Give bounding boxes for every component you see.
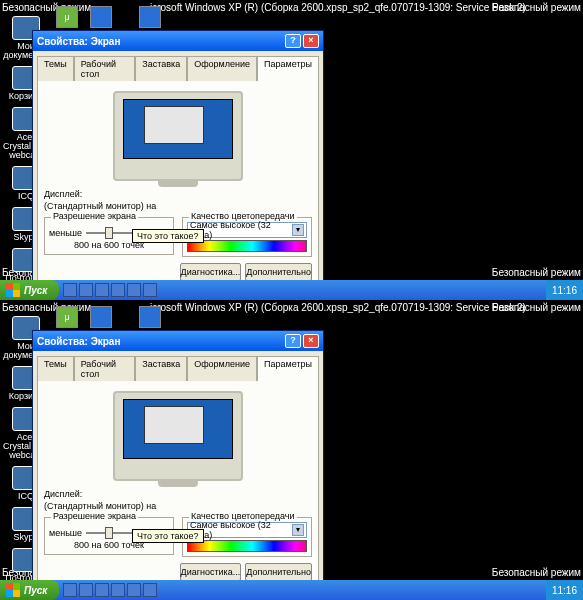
dialog-titlebar[interactable]: Свойства: Экран ? × xyxy=(33,331,323,351)
display-value: (Стандартный монитор) на xyxy=(44,501,312,511)
clock: 11:16 xyxy=(552,585,577,596)
dialog-title: Свойства: Экран xyxy=(37,36,120,47)
taskbar: Пуск 11:16 xyxy=(0,280,583,300)
shortcut-screenshot[interactable] xyxy=(90,6,112,28)
display-label: Дисплей: xyxy=(44,489,312,499)
display-value: (Стандартный монитор) на xyxy=(44,201,312,211)
help-button[interactable]: ? xyxy=(285,334,301,348)
tab-themes[interactable]: Темы xyxy=(37,356,74,381)
ql-item[interactable] xyxy=(111,583,125,597)
ql-item[interactable] xyxy=(127,283,141,297)
ql-item[interactable] xyxy=(95,283,109,297)
ql-item[interactable] xyxy=(127,583,141,597)
windows-logo-icon xyxy=(6,283,20,297)
windows-logo-icon xyxy=(6,583,20,597)
tab-body-settings: Дисплей: (Стандартный монитор) на Разреш… xyxy=(37,380,319,588)
ql-item[interactable] xyxy=(79,583,93,597)
tab-body-settings: Дисплей: (Стандартный монитор) на Разреш… xyxy=(37,80,319,288)
shortcut-screenshot[interactable] xyxy=(90,306,112,328)
advanced-button[interactable]: Дополнительно xyxy=(245,263,312,281)
tab-themes[interactable]: Темы xyxy=(37,56,74,81)
display-properties-dialog: Свойства: Экран ? × Темы Рабочий стол За… xyxy=(32,30,324,321)
shortcut-utorrent[interactable]: μ xyxy=(56,306,78,328)
diagnostics-button[interactable]: Диагностика... xyxy=(180,263,242,281)
tab-settings[interactable]: Параметры xyxy=(257,356,319,381)
monitor-preview xyxy=(113,391,243,481)
whats-this-tooltip[interactable]: Что это такое? xyxy=(132,529,204,543)
color-quality-dropdown[interactable]: Самое высокое (32 бита) ▾ xyxy=(187,222,307,238)
ql-item[interactable] xyxy=(95,583,109,597)
close-button[interactable]: × xyxy=(303,34,319,48)
start-button[interactable]: Пуск xyxy=(0,580,59,600)
monitor-preview xyxy=(113,91,243,181)
safe-mode-corner: Безопасный режим xyxy=(492,302,581,313)
resolution-slider[interactable] xyxy=(86,232,133,234)
whats-this-tooltip[interactable]: Что это такое? xyxy=(132,229,204,243)
ql-item[interactable] xyxy=(143,283,157,297)
shortcut-utorrent[interactable]: μ xyxy=(56,6,78,28)
clock: 11:16 xyxy=(552,285,577,296)
chevron-down-icon: ▾ xyxy=(292,524,304,536)
quick-launch xyxy=(63,583,157,597)
dialog-titlebar[interactable]: Свойства: Экран ? × xyxy=(33,31,323,51)
quick-launch xyxy=(63,283,157,297)
tab-desktop[interactable]: Рабочий стол xyxy=(74,56,136,81)
color-preview-strip xyxy=(187,240,307,252)
tab-strip: Темы Рабочий стол Заставка Оформление Па… xyxy=(33,51,323,80)
tab-settings[interactable]: Параметры xyxy=(257,56,319,81)
ql-item[interactable] xyxy=(79,283,93,297)
tab-appearance[interactable]: Оформление xyxy=(187,356,257,381)
os-build-text: icrosoft Windows XP (R) (Сборка 2600.xps… xyxy=(150,302,526,313)
close-button[interactable]: × xyxy=(303,334,319,348)
tab-screensaver[interactable]: Заставка xyxy=(135,56,187,81)
tab-appearance[interactable]: Оформление xyxy=(187,56,257,81)
color-quality-dropdown[interactable]: Самое высокое (32 бита) ▾ xyxy=(187,522,307,538)
ql-item[interactable] xyxy=(111,283,125,297)
tab-desktop[interactable]: Рабочий стол xyxy=(74,356,136,381)
ql-item[interactable] xyxy=(143,583,157,597)
diagnostics-button[interactable]: Диагностика... xyxy=(180,563,242,581)
ql-item[interactable] xyxy=(63,583,77,597)
color-preview-strip xyxy=(187,540,307,552)
safe-mode-corner: Безопасный режим xyxy=(492,567,581,578)
display-label: Дисплей: xyxy=(44,189,312,199)
system-tray[interactable]: 11:16 xyxy=(546,280,583,300)
start-button[interactable]: Пуск xyxy=(0,280,59,300)
taskbar: Пуск 11:16 xyxy=(0,580,583,600)
tab-screensaver[interactable]: Заставка xyxy=(135,356,187,381)
display-properties-dialog: Свойства: Экран ? × Темы Рабочий стол За… xyxy=(32,330,324,600)
os-build-text: icrosoft Windows XP (R) (Сборка 2600.xps… xyxy=(150,2,526,13)
advanced-button[interactable]: Дополнительно xyxy=(245,563,312,581)
shortcut-net[interactable] xyxy=(139,6,161,28)
shortcut-net[interactable] xyxy=(139,306,161,328)
ql-item[interactable] xyxy=(63,283,77,297)
dialog-title: Свойства: Экран xyxy=(37,336,120,347)
safe-mode-corner: Безопасный режим xyxy=(492,2,581,13)
help-button[interactable]: ? xyxy=(285,34,301,48)
safe-mode-corner: Безопасный режим xyxy=(492,267,581,278)
chevron-down-icon: ▾ xyxy=(292,224,304,236)
resolution-slider[interactable] xyxy=(86,532,133,534)
tab-strip: Темы Рабочий стол Заставка Оформление Па… xyxy=(33,351,323,380)
system-tray[interactable]: 11:16 xyxy=(546,580,583,600)
